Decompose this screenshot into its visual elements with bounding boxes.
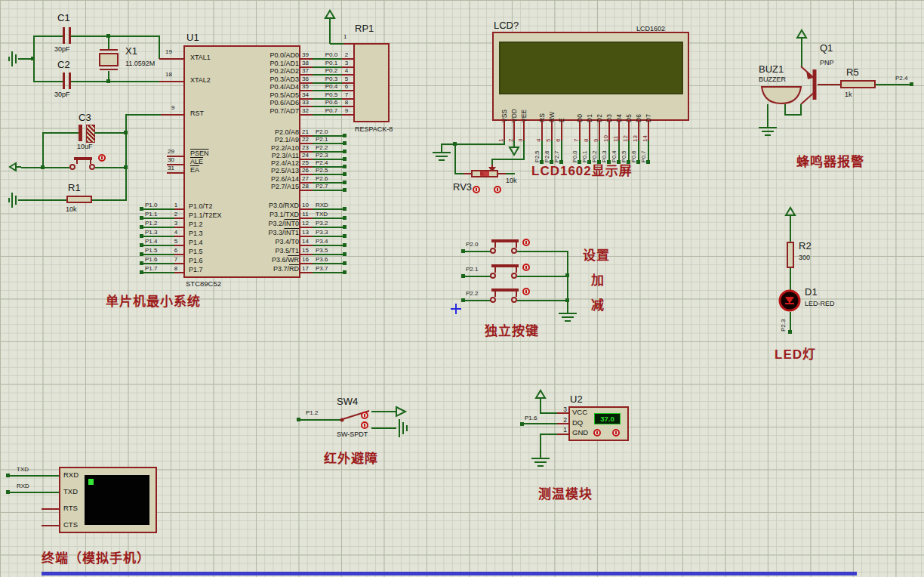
button-actuator[interactable] [522,264,530,271]
pin-name: P2.5/A13 [271,167,299,174]
label-lcd: LCD1602显示屏 [531,160,633,179]
net-label: P2.0 [466,241,478,248]
sw4-actuator-down[interactable] [361,421,368,429]
horizontal-scrollbar[interactable] [42,572,857,575]
net-label: P2.6 [316,175,341,182]
pin-name: VCC [572,408,587,416]
x1-ref: X1 [125,45,137,57]
pin-stub [167,172,183,174]
label-led: LED灯 [775,344,816,363]
pin-number: 28 [298,183,313,190]
pin-name: D0 [576,97,584,122]
button-contact[interactable] [490,273,496,279]
button-contact[interactable] [490,248,496,254]
wire-segment [143,272,174,273]
lcd-data-pins: D0 7 P0.0 D1 8 P0.1 D2 9 P [575,95,654,168]
pin-name: P2.7/A15 [271,183,299,190]
sw4-actuator-up[interactable] [361,412,368,419]
push-button-row: P2.1 [457,264,608,288]
pin-name: P1.6 [189,257,203,264]
pin-name: D4 [615,97,623,122]
rv3-increase-actuator[interactable] [494,186,501,193]
button-post [516,242,517,248]
button-contact[interactable] [511,297,517,303]
pin-row: P1.4 5 P1.4 [140,237,306,246]
pin-number: 3 [340,60,353,66]
label-infrared: 红外避障 [324,448,378,467]
wire-segment [330,43,343,45]
pin-name: P2.1/A9 [275,136,299,143]
button-contact[interactable] [511,273,517,279]
pin-number: 9 [340,107,353,114]
wire-segment [876,84,911,85]
wire-segment [790,312,791,332]
label-keys: 独立按键 [485,320,539,339]
pin-stub [557,434,568,435]
button-contact[interactable] [490,297,496,303]
net-label: P0.1 [322,60,341,66]
wire-segment [491,159,525,160]
pin-row: P1.7 8 P1.7 [140,264,306,273]
wire-segment [441,143,505,145]
reset-button-actuator[interactable] [98,154,106,162]
net-label: P1.2 [145,220,157,227]
r5-resistor[interactable] [840,80,876,88]
wire-segment [767,104,768,123]
r1-resistor[interactable] [66,196,92,203]
lcd-pin-col: D7 14 P0.7 [644,95,654,168]
c1-capacitor[interactable] [63,27,65,44]
pin-row: P1.0 1 P1.0/T2 [140,201,306,210]
u2-temp-up-actuator[interactable] [612,429,620,437]
push-button-row: P2.2 [457,288,608,313]
pin-name: VEE [520,97,528,122]
d1-led[interactable] [778,288,802,313]
wire-segment [34,35,63,37]
reset-button[interactable] [69,164,75,170]
wire-segment [34,81,63,82]
pin-name: DQ [572,418,583,427]
wire-segment [95,167,125,168]
button-post [494,242,496,248]
net-label: P2.7 [316,183,341,190]
schematic-canvas: C1 30pF C2 30pF X1 11.0592M 19 18 C3 10u… [0,0,924,577]
pin-number: 32 [298,107,313,114]
button-actuator[interactable] [522,288,530,295]
pin-name: VSS [500,97,508,122]
buz1-buzzer[interactable] [759,85,803,106]
button-actuator[interactable] [522,239,530,246]
u2-temp-display: 37.0 [594,413,621,424]
x1-crystal[interactable] [99,53,119,66]
pin-name: P0.1/AD1 [270,60,299,67]
net-label: P0.1 [581,140,588,162]
pin-name: P0.6/AD6 [270,99,299,106]
c2-capacitor[interactable] [63,73,65,89]
rv3-decrease-actuator[interactable] [473,186,480,193]
pin-number: 4 [170,229,182,236]
pin-number: 2 [340,51,353,58]
u2-ref: U2 [570,393,583,405]
wire-segment [551,140,553,162]
pin-name: RS [538,97,546,122]
net-terminal [343,270,346,274]
wire-segment [648,140,649,162]
wire-segment [785,114,802,116]
pin-number: 2 [556,416,567,424]
pin-stub [498,173,506,174]
net-label: TXD [316,211,341,218]
net-label: P0.6 [322,99,341,106]
crystal-plate [100,49,118,51]
pin-name: P2.4/A12 [271,159,299,167]
r2-resistor[interactable] [787,242,794,268]
pin-number: 26 [298,167,313,174]
terminal-screen[interactable] [85,475,149,525]
button-contact[interactable] [511,248,517,254]
power-arrow-down-icon [508,144,520,158]
lcd-ref: LCD? [494,20,519,31]
wire-segment [517,300,568,301]
u2-temp-down-actuator[interactable] [593,429,601,437]
pin-name: P1.5 [189,248,203,255]
c3-capacitor[interactable] [79,125,82,141]
rp1-respack[interactable] [353,43,390,122]
pin-number: 30 [168,156,174,163]
reset-button-contact[interactable] [89,164,95,170]
